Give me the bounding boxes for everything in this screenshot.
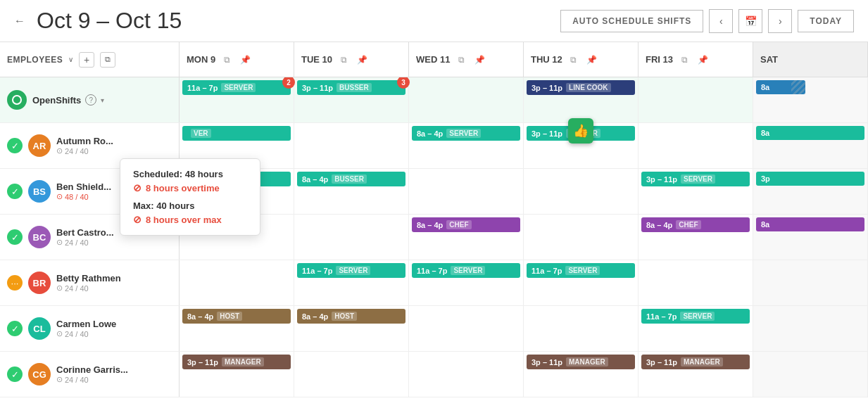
carmen-sat-cell[interactable] <box>753 306 868 351</box>
copy-schedule-button[interactable]: ⧉ <box>100 52 115 68</box>
shift-block[interactable]: 8a – 4p BUSSER <box>297 172 405 186</box>
clock-icon: ⊙ <box>56 146 63 155</box>
shift-role: LINE COOK <box>566 83 611 92</box>
employee-avatar: BC <box>28 226 51 248</box>
betty-mon-cell[interactable] <box>180 260 294 305</box>
corinne-tue-cell[interactable] <box>294 352 409 397</box>
employee-name: Autumn Ro... <box>56 136 172 146</box>
open-shifts-wed-cell[interactable] <box>409 77 524 122</box>
back-button[interactable]: ← <box>14 15 25 27</box>
ben-sat-cell[interactable]: 3p <box>753 169 868 214</box>
shift-block[interactable]: VER <box>182 126 291 141</box>
employee-details: Carmen Lowe ⊙ 24 / 40 <box>56 319 172 338</box>
auto-schedule-button[interactable]: AUTO SCHEDULE SHIFTS <box>560 10 703 32</box>
shift-time: 11a – 7p <box>532 267 562 275</box>
shift-block[interactable]: 3p <box>756 172 864 186</box>
shift-block[interactable]: 11a – 7p SERVER <box>641 309 750 324</box>
autumn-tue-cell[interactable] <box>294 123 409 168</box>
pin-day-icon-fri[interactable]: 📌 <box>696 53 710 67</box>
autumn-wed-cell[interactable]: 8a – 4p SERVER <box>409 123 524 168</box>
shift-block[interactable]: 11a – 7p SERVER 2 <box>182 80 291 95</box>
corinne-mon-cell[interactable]: 3p – 11p MANAGER <box>180 352 294 397</box>
copy-day-icon-mon[interactable]: ⧉ <box>220 53 234 67</box>
open-shifts-fri-cell[interactable] <box>639 77 753 122</box>
day-header-sat: SAT <box>753 42 868 77</box>
shift-block[interactable]: 8a – 4p CHEF <box>641 217 750 232</box>
carmen-row: ✓ CL Carmen Lowe ⊙ 24 / 40 8a – 4p HOST <box>0 306 868 352</box>
shift-block[interactable]: 8a – 4p CHEF <box>412 217 520 232</box>
corinne-fri-cell[interactable]: 3p – 11p MANAGER <box>639 352 753 397</box>
carmen-thu-cell[interactable] <box>524 306 639 351</box>
shift-role: CHEF <box>676 220 700 229</box>
employee-name: Betty Rathmen <box>56 273 172 283</box>
page-title: Oct 9 – Oct 15 <box>37 8 560 34</box>
open-shifts-dropdown[interactable]: ▾ <box>101 96 104 104</box>
ben-tue-cell[interactable]: 8a – 4p BUSSER <box>294 169 409 214</box>
shift-block[interactable]: 3p – 11p SERVER <box>641 172 750 186</box>
day-header-fri: FRI 13 ⧉ 📌 <box>639 42 753 77</box>
shift-block[interactable]: 8a <box>756 126 864 140</box>
pin-day-icon-tue[interactable]: 📌 <box>355 53 369 67</box>
bert-thu-cell[interactable] <box>524 215 639 260</box>
employees-dropdown-icon[interactable]: ∨ <box>68 56 73 63</box>
corinne-thu-cell[interactable]: 3p – 11p MANAGER <box>524 352 639 397</box>
open-shifts-tue-cell[interactable]: 3p – 11p BUSSER 3 <box>294 77 409 122</box>
calendar-button[interactable]: 📅 <box>738 9 762 33</box>
ben-thu-cell[interactable] <box>524 169 639 214</box>
shift-block[interactable]: 11a – 7p SERVER <box>412 263 520 278</box>
carmen-fri-cell[interactable]: 11a – 7p SERVER <box>639 306 753 351</box>
bert-tue-cell[interactable] <box>294 215 409 260</box>
betty-sat-cell[interactable] <box>753 260 868 305</box>
betty-fri-cell[interactable] <box>639 260 753 305</box>
copy-day-icon-thu[interactable]: ⧉ <box>567 53 581 67</box>
open-shifts-mon-cell[interactable]: 11a – 7p SERVER 2 <box>180 77 294 122</box>
corinne-wed-cell[interactable] <box>409 352 524 397</box>
open-shifts-thu-cell[interactable]: 3p – 11p LINE COOK 👍 <box>524 77 639 122</box>
shift-block[interactable]: 3p – 11p BUSSER 3 <box>297 80 405 95</box>
open-shifts-help-icon[interactable]: ? <box>85 94 96 106</box>
betty-wed-cell[interactable]: 11a – 7p SERVER <box>409 260 524 305</box>
shift-block[interactable]: 8a – 4p HOST <box>297 309 405 324</box>
bert-wed-cell[interactable]: 8a – 4p CHEF <box>409 215 524 260</box>
autumn-fri-cell[interactable] <box>639 123 753 168</box>
carmen-wed-cell[interactable] <box>409 306 524 351</box>
open-shifts-name-row: OpenShifts ? ▾ <box>32 94 172 106</box>
next-week-button[interactable]: › <box>768 9 792 33</box>
prev-week-button[interactable]: ‹ <box>709 9 733 33</box>
shift-role: BUSSER <box>332 174 367 184</box>
shift-block[interactable]: 8a – 4p HOST <box>182 309 291 324</box>
pin-day-icon-wed[interactable]: 📌 <box>472 53 486 67</box>
betty-thu-cell[interactable]: 11a – 7p SERVER <box>524 260 639 305</box>
shift-block[interactable]: 3p – 11p MANAGER <box>641 355 750 369</box>
bert-sat-cell[interactable]: 8a <box>753 215 868 260</box>
copy-day-icon-tue[interactable]: ⧉ <box>336 53 351 67</box>
today-button[interactable]: TODAY <box>798 10 854 32</box>
shift-block[interactable]: 11a – 7p SERVER <box>297 263 405 278</box>
pin-day-icon-thu[interactable]: 📌 <box>585 53 599 67</box>
pin-day-icon-mon[interactable]: 📌 <box>238 53 252 67</box>
corinne-sat-cell[interactable] <box>753 352 868 397</box>
shift-block[interactable]: 3p – 11p MANAGER <box>527 355 635 369</box>
shift-block[interactable]: 3p – 11p MANAGER <box>182 355 291 369</box>
carmen-tue-cell[interactable]: 8a – 4p HOST <box>294 306 409 351</box>
carmen-mon-cell[interactable]: 8a – 4p HOST <box>180 306 294 351</box>
shift-block[interactable]: 8a – 4p SERVER <box>412 126 520 141</box>
shift-badge: 2 <box>282 77 295 89</box>
copy-day-icon-fri[interactable]: ⧉ <box>677 53 691 67</box>
ben-fri-cell[interactable]: 3p – 11p SERVER <box>639 169 753 214</box>
ben-wed-cell[interactable] <box>409 169 524 214</box>
shift-block[interactable]: 11a – 7p SERVER <box>527 263 635 278</box>
copy-day-icon-wed[interactable]: ⧉ <box>454 53 468 67</box>
over-max-label: 8 hours over max <box>146 215 222 225</box>
shift-block[interactable]: 3p – 11p LINE COOK <box>527 80 635 95</box>
open-shifts-sat-cell[interactable]: 8a <box>753 77 868 122</box>
clock-icon: ⊙ <box>56 375 63 384</box>
shift-block[interactable]: 8a <box>756 217 864 231</box>
bert-fri-cell[interactable]: 8a – 4p CHEF <box>639 215 753 260</box>
add-employee-button[interactable]: + <box>79 52 94 68</box>
autumn-sat-cell[interactable]: 8a <box>753 123 868 168</box>
shift-block[interactable]: 8a <box>756 80 805 94</box>
shift-time: 11a – 7p <box>646 312 677 321</box>
betty-tue-cell[interactable]: 11a – 7p SERVER <box>294 260 409 305</box>
employee-status-icon: ✓ <box>7 321 23 336</box>
